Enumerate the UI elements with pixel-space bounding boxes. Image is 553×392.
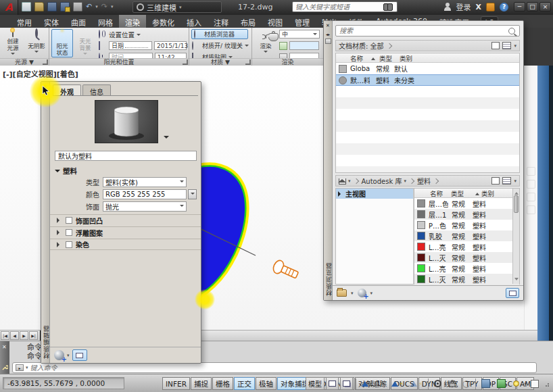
render-button[interactable]: 渲染 — [255, 29, 276, 57]
redo-icon[interactable]: ↷ — [101, 2, 107, 11]
view-options-arrow[interactable]: ▾ — [514, 178, 516, 184]
create-material-dropdown-arrow[interactable]: ▾ — [67, 353, 70, 358]
tab-surface[interactable]: 曲面 — [65, 15, 92, 28]
document-materials-breadcrumb[interactable]: 文档材质: 全部 ▾ — [335, 40, 520, 51]
library-breadcrumb[interactable]: ▾ Autodesk 库 ▾ 塑料 ▾ — [335, 175, 520, 187]
create-material-dropdown-arrow[interactable]: ▾ — [370, 291, 373, 296]
library-material-row[interactable]: L…亮 常规 塑料 — [414, 263, 519, 274]
col-type[interactable]: 类型 — [375, 53, 400, 63]
render-quality-select[interactable]: 中 — [279, 30, 320, 39]
create-material-icon[interactable] — [358, 289, 366, 297]
signin-button[interactable]: 登录 — [456, 1, 471, 12]
material-browser-titlebar[interactable]: ✕ ◂▸ 材质浏览器 — [324, 21, 333, 300]
workspace-switcher[interactable]: 三维建模 ▾ — [133, 1, 222, 13]
open-file-icon[interactable] — [34, 2, 44, 11]
exchange-apps-icon[interactable]: X — [476, 3, 481, 11]
plastic-section-header[interactable]: 塑料 — [55, 166, 77, 176]
tab-view[interactable]: 视图 — [262, 15, 289, 28]
command-window-grip[interactable]: ✕ — [0, 341, 9, 374]
isolate-objects-icon[interactable] — [510, 377, 523, 390]
library-material-row[interactable]: 乳胶 常规 塑料 — [414, 230, 519, 241]
library-material-row[interactable]: L…亮 常规 塑料 — [414, 241, 519, 252]
library-name[interactable]: Autodesk 库 — [362, 176, 402, 186]
tray-toolbar-icon[interactable] — [479, 377, 493, 390]
section-relief-pattern[interactable]: 浮雕图案 — [50, 226, 201, 238]
create-material-icon[interactable] — [54, 350, 64, 360]
grid-view-icon[interactable] — [491, 42, 500, 49]
help-search-box[interactable] — [292, 1, 398, 12]
search-binoculars-icon[interactable] — [383, 3, 393, 10]
sun-dialog-launcher-icon[interactable] — [183, 59, 188, 65]
material-toggle-button[interactable]: 材质开/ 纹理关 — [192, 41, 250, 50]
tab-annotate[interactable]: 注释 — [208, 15, 235, 28]
undo-dropdown-arrow[interactable]: ▾ — [95, 4, 98, 9]
tab-render[interactable]: 渲染 — [119, 15, 146, 28]
library-material-row[interactable]: L…灭 常规 塑料 — [414, 252, 519, 263]
tree-item-home-view[interactable]: 主视图 — [336, 189, 413, 199]
scroll-up-icon[interactable] — [514, 190, 519, 195]
model-space-button[interactable]: 模型 — [306, 377, 324, 390]
render-environment-field[interactable] — [289, 41, 319, 50]
material-browser-button[interactable]: 材质浏览器 — [191, 29, 248, 39]
new-file-icon[interactable] — [22, 2, 31, 11]
tab-insert[interactable]: 插入 — [181, 15, 208, 28]
panel-lights-label[interactable]: 光源 ▼ — [0, 58, 49, 66]
material-editor-close-icon[interactable]: ✕ — [43, 84, 49, 90]
scrollbar-thumb[interactable] — [514, 195, 519, 213]
toggle-infer[interactable]: INFER — [162, 377, 190, 390]
autodesk360-avatar-icon[interactable] — [486, 3, 495, 11]
tab-next-icon[interactable]: ▶ — [20, 331, 28, 340]
tab-first-icon[interactable]: |◀ — [1, 331, 9, 340]
material-browser-close-icon[interactable]: ✕ — [325, 23, 331, 29]
col-type[interactable]: 类型 — [450, 189, 474, 198]
search-magnifier-icon[interactable] — [508, 28, 515, 34]
command-recent-dropdown-arrow[interactable]: ▾ — [26, 365, 28, 370]
material-browser-autohide-icon[interactable]: ◂▸ — [325, 31, 331, 37]
manage-library-folder-icon[interactable] — [337, 289, 347, 297]
list-view-icon[interactable] — [502, 42, 511, 49]
save-icon[interactable] — [47, 2, 57, 11]
tint-checkbox[interactable] — [66, 241, 72, 248]
tab-layout[interactable]: 布局 — [235, 15, 262, 28]
col-name[interactable]: 名称 — [427, 189, 450, 198]
tab-parametric[interactable]: 参数化 — [146, 15, 181, 28]
clean-screen-icon[interactable] — [528, 377, 542, 390]
home-dropdown-arrow[interactable]: ▾ — [348, 178, 351, 184]
render-environment-icon[interactable] — [279, 42, 287, 50]
resize-grip[interactable] — [543, 381, 550, 387]
material-search-input[interactable] — [336, 27, 508, 34]
tab-home[interactable]: 常用 — [11, 15, 38, 28]
wrench-icon[interactable] — [1, 364, 8, 371]
home-icon[interactable] — [339, 178, 346, 185]
panel-sun-location-label[interactable]: 阳光和位置 — [49, 58, 189, 66]
command-close-icon[interactable]: ✕ — [2, 344, 7, 350]
set-location-button[interactable]: 设置位置 — [99, 30, 187, 39]
create-light-button[interactable]: 创建 光源 — [2, 29, 24, 57]
plot-icon[interactable] — [73, 2, 82, 11]
command-input-box[interactable]: ▸ ▾ — [12, 362, 537, 373]
nav-zoom-icon[interactable] — [527, 180, 535, 189]
manage-library-dropdown-arrow[interactable]: ▾ — [351, 291, 354, 296]
toggle-snap[interactable]: 捕捉 — [191, 377, 212, 390]
tab-solid[interactable]: 实体 — [38, 15, 65, 28]
material-preview[interactable] — [95, 100, 158, 143]
app-menu-button[interactable]: A — [0, 0, 18, 15]
help-icon[interactable]: ? — [500, 3, 508, 11]
finish-bumps-checkbox[interactable] — [66, 217, 72, 224]
sky-background-button[interactable]: 天光 背景 — [74, 29, 96, 57]
layout1-icon[interactable] — [326, 377, 339, 390]
material-row-global[interactable]: Global 常规 默认 — [336, 63, 519, 74]
help-search-input[interactable] — [293, 3, 383, 11]
col-category[interactable]: 类别 — [400, 53, 519, 63]
panel-render-label[interactable]: 渲染 — [252, 58, 323, 66]
material-name-field[interactable]: 默认为塑料 — [55, 151, 197, 161]
close-button[interactable]: × — [539, 2, 551, 11]
toggle-grid[interactable]: 栅格 — [212, 377, 233, 390]
minimize-button[interactable]: ─ — [514, 2, 525, 11]
redo-dropdown-arrow[interactable]: ▾ — [111, 4, 114, 9]
library-material-row[interactable]: 层…1 常规 塑料 — [414, 209, 519, 220]
material-browser-properties-icon[interactable] — [325, 39, 331, 44]
library-scrollbar[interactable] — [512, 189, 519, 284]
maximize-button[interactable]: □ — [527, 2, 538, 11]
library-category[interactable]: 塑料 — [417, 176, 431, 186]
